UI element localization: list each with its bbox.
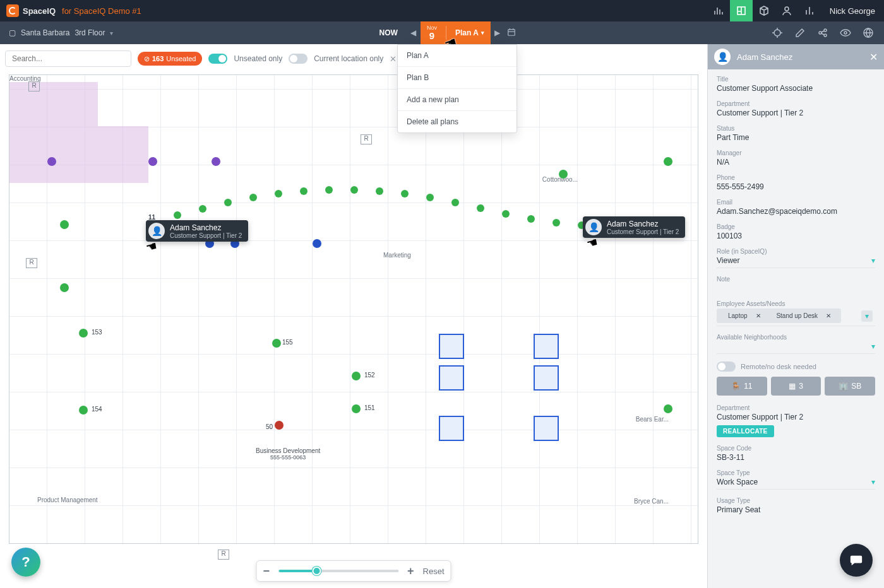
unseated-label: Unseated (166, 55, 196, 62)
package-icon[interactable] (753, 0, 775, 21)
panel-employee-name: Adam Sanchez (737, 52, 792, 62)
avatar-icon: 👤 (714, 49, 731, 65)
floor-icon: ▦ (789, 382, 796, 391)
space-type-select[interactable]: Work Space ▾ (717, 478, 875, 490)
chevron-down-icon: ▾ (861, 310, 873, 322)
location-selector[interactable]: ▢ Santa Barbara 3rd Floor ▾ (0, 21, 122, 44)
unseated-only-toggle[interactable] (208, 54, 227, 64)
seat-dot[interactable] (47, 157, 56, 166)
delete-plans-option[interactable]: Delete all plans (398, 110, 517, 132)
seat-dot[interactable] (79, 329, 88, 338)
seat-dot[interactable] (60, 283, 69, 292)
zoom-reset-button[interactable]: Reset (423, 567, 445, 576)
current-location-toggle[interactable] (289, 54, 308, 64)
analytics-icon[interactable] (707, 0, 730, 21)
chat-widget-button[interactable] (840, 544, 873, 577)
building-pill[interactable]: 🏢SB (825, 377, 875, 396)
plan-option-b[interactable]: Plan B (398, 66, 517, 88)
seat-dot[interactable] (212, 157, 220, 166)
seat-dot[interactable] (272, 339, 281, 348)
elevator-icon (534, 334, 559, 359)
seat-dot[interactable] (352, 372, 361, 380)
seat-dot[interactable] (664, 157, 672, 166)
dept-value: Customer Support | Tier 2 (717, 109, 875, 117)
plan-dropdown-menu: Plan A Plan B Add a new plan Delete all … (397, 44, 517, 133)
search-input[interactable] (5, 50, 131, 67)
role-value: Viewer (717, 256, 739, 265)
role-select[interactable]: Viewer ▾ (717, 256, 875, 268)
room-151-label: 151 (364, 404, 375, 411)
status-value: Part Time (717, 133, 875, 142)
seat-dot[interactable] (559, 170, 568, 179)
zoom-in-button[interactable]: + (407, 565, 414, 577)
email-label: Email (717, 199, 875, 206)
title-label: Title (717, 76, 875, 83)
target-icon[interactable] (767, 21, 788, 44)
top-header: SpaceIQ for SpaceIQ Demo #1 Nick George (0, 0, 884, 21)
unseated-pill[interactable]: ⊘ 163 Unseated (138, 52, 202, 66)
floorplan-icon[interactable] (730, 0, 753, 21)
seat-dot[interactable] (275, 421, 284, 430)
clear-filters-button[interactable]: ✕ (390, 54, 397, 64)
seat-dot[interactable] (148, 157, 157, 166)
elevator-icon (439, 365, 464, 391)
reports-icon[interactable] (798, 0, 821, 21)
seat-dot[interactable] (313, 239, 321, 248)
dept-label: Department (717, 100, 875, 107)
help-button[interactable]: ? (11, 548, 40, 577)
visibility-icon[interactable] (835, 21, 856, 44)
zoom-slider[interactable] (278, 570, 398, 572)
seat-dot[interactable] (352, 404, 361, 413)
chevron-down-icon: ▾ (871, 478, 875, 486)
plan-date-pill[interactable]: Nov 9 Plan A ▾ (421, 21, 491, 44)
floor-pill[interactable]: ▦3 (771, 377, 821, 396)
next-plan-button[interactable]: ▶ (491, 28, 505, 37)
room-153-label: 153 (92, 329, 102, 336)
path-dot (199, 205, 206, 213)
phone-label: Phone (717, 174, 875, 181)
path-dot (502, 210, 510, 218)
room-marker: R (361, 134, 372, 144)
avatar-icon: 👤 (148, 223, 165, 239)
employee-tooltip-origin[interactable]: 👤 Adam Sanchez Customer Support | Tier 2 (146, 220, 248, 242)
assets-select[interactable]: Laptop ✕ Stand up Desk ✕ ▾ (717, 309, 875, 326)
current-user[interactable]: Nick George (821, 6, 884, 16)
bizdev-label: Business Development 555-555-0063 (256, 447, 320, 461)
chevron-down-icon: ▾ (110, 30, 113, 37)
now-button[interactable]: NOW (371, 28, 407, 37)
svg-point-3 (774, 30, 780, 36)
svg-point-7 (844, 32, 847, 34)
floorplan-canvas[interactable]: ⊘ 163 Unseated Unseated only Current loc… (0, 44, 707, 588)
seat-pill[interactable]: 🪑11 (717, 377, 767, 396)
calendar-icon[interactable] (505, 28, 518, 38)
seat-summary-row: 🪑11 ▦3 🏢SB (717, 377, 875, 396)
seat-dot[interactable] (60, 220, 69, 229)
add-plan-option[interactable]: Add a new plan (398, 88, 517, 110)
prev-plan-button[interactable]: ◀ (407, 28, 421, 37)
role-label: Role (in SpaceIQ) (717, 248, 875, 255)
plan-name-dropdown[interactable]: Plan A ▾ (455, 28, 484, 37)
svg-rect-2 (508, 29, 515, 35)
neighborhoods-select[interactable]: ▾ (717, 342, 875, 354)
marketing-label: Marketing (383, 252, 411, 259)
zoom-out-button[interactable]: − (263, 565, 270, 577)
floorplan-svg[interactable]: Accounting Product Management Marketing … (9, 74, 698, 544)
user-icon[interactable] (775, 0, 798, 21)
remote-toggle[interactable] (717, 362, 736, 372)
remote-label: Remote/no desk needed (741, 363, 816, 370)
plan-option-a[interactable]: Plan A (398, 45, 517, 66)
globe-icon[interactable] (857, 21, 879, 44)
share-icon[interactable] (812, 21, 833, 44)
seat-dot[interactable] (664, 404, 672, 413)
brand-logo[interactable]: SpaceIQ for SpaceIQ Demo #1 (6, 4, 141, 17)
seat-dot[interactable] (79, 406, 88, 415)
reallocate-button[interactable]: REALLOCATE (717, 425, 774, 437)
space-code-value[interactable]: SB-3-11 (717, 453, 875, 462)
asset-tag-standup-desk[interactable]: Stand up Desk ✕ (768, 310, 835, 322)
svg-point-5 (824, 29, 827, 32)
employee-tooltip-dest[interactable]: 👤 Adam Sanchez Customer Support | Tier 2 (583, 216, 685, 238)
edit-icon[interactable] (789, 21, 811, 44)
close-panel-button[interactable]: ✕ (869, 51, 878, 63)
svg-point-1 (785, 7, 789, 11)
asset-tag-laptop[interactable]: Laptop ✕ (720, 310, 765, 322)
